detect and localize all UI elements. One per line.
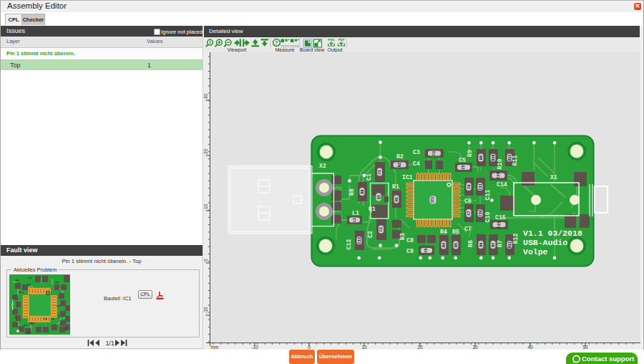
- svg-text:C9: C9: [424, 248, 429, 252]
- svg-text:R8: R8: [361, 189, 365, 193]
- svg-text:C5: C5: [462, 165, 466, 169]
- svg-text:Viewport: Viewport: [227, 47, 246, 52]
- svg-text:PNG: PNG: [328, 38, 335, 42]
- svg-text:R2: R2: [398, 163, 402, 167]
- svg-text:R11: R11: [512, 155, 518, 166]
- svg-text:C11: C11: [479, 183, 483, 190]
- svg-text:PDF: PDF: [338, 38, 345, 42]
- svg-text:C14: C14: [497, 181, 507, 188]
- svg-text:C7: C7: [464, 226, 472, 232]
- svg-text:R7: R7: [492, 242, 496, 246]
- svg-text:USB-Audio: USB-Audio: [523, 238, 567, 247]
- svg-text:C6: C6: [464, 198, 472, 204]
- svg-text:R6: R6: [479, 242, 484, 246]
- svg-text:R9: R9: [467, 150, 473, 157]
- svg-text:R12: R12: [508, 241, 512, 248]
- svg-text:1/1: 1/1: [106, 340, 115, 347]
- svg-text:IC1: IC1: [402, 174, 413, 181]
- svg-text:C15: C15: [497, 221, 502, 228]
- svg-text:R7: R7: [497, 240, 503, 247]
- svg-text:C1: C1: [366, 173, 372, 181]
- svg-text:R1: R1: [392, 183, 399, 190]
- svg-text:R4: R4: [442, 243, 447, 247]
- svg-text:30: 30: [204, 93, 208, 99]
- svg-text:R6: R6: [467, 240, 474, 247]
- svg-text:R4: R4: [440, 229, 447, 235]
- svg-text:Q1: Q1: [377, 195, 381, 199]
- svg-text:C5: C5: [459, 157, 466, 163]
- svg-text:C10: C10: [484, 212, 491, 223]
- svg-text:C12: C12: [346, 239, 352, 250]
- svg-text:R9: R9: [479, 155, 484, 160]
- svg-text:C2: C2: [379, 227, 384, 231]
- svg-text:C14: C14: [497, 172, 501, 178]
- svg-text:C11: C11: [484, 190, 491, 201]
- svg-text:Output: Output: [327, 47, 342, 52]
- svg-text:C8: C8: [467, 184, 472, 188]
- svg-text:Measure: Measure: [275, 47, 294, 52]
- svg-text:C4: C4: [413, 161, 420, 167]
- svg-text:-10: -10: [204, 307, 208, 314]
- svg-text:V1.1 03/2018: V1.1 03/2018: [523, 229, 582, 238]
- svg-text:R10: R10: [492, 154, 496, 161]
- svg-text:C9: C9: [406, 248, 414, 254]
- svg-text:C12: C12: [358, 237, 362, 244]
- svg-text:mm: mm: [211, 345, 219, 350]
- svg-text:C15: C15: [495, 214, 506, 221]
- svg-text:R1: R1: [395, 197, 399, 201]
- svg-text:R5: R5: [454, 243, 459, 247]
- svg-text:C10: C10: [479, 210, 483, 216]
- svg-text:C1: C1: [378, 170, 382, 174]
- svg-text:?: ?: [275, 40, 278, 45]
- svg-text:C3: C3: [413, 149, 420, 155]
- svg-text:R8: R8: [348, 188, 355, 196]
- svg-text:R5: R5: [452, 229, 459, 235]
- svg-text:Volpe: Volpe: [523, 247, 548, 257]
- svg-text:20: 20: [204, 148, 208, 154]
- svg-text:X2: X2: [319, 163, 326, 169]
- svg-text:L1: L1: [352, 210, 359, 216]
- svg-text:R3: R3: [399, 233, 406, 240]
- svg-text:C3: C3: [432, 151, 436, 155]
- svg-text:R10: R10: [497, 159, 503, 170]
- svg-text:R12: R12: [512, 234, 519, 244]
- svg-text:L1: L1: [353, 218, 357, 222]
- svg-text:C7: C7: [467, 211, 472, 215]
- svg-text:0: 0: [204, 259, 208, 262]
- svg-text:R2: R2: [396, 153, 404, 160]
- svg-text:Board view: Board view: [300, 47, 326, 52]
- svg-text:C2: C2: [367, 231, 374, 238]
- svg-text:Q1: Q1: [369, 206, 376, 212]
- svg-text:X1: X1: [550, 174, 557, 181]
- svg-text:C8: C8: [406, 237, 414, 244]
- svg-text:IC1: IC1: [431, 196, 435, 203]
- svg-text:10: 10: [204, 203, 208, 209]
